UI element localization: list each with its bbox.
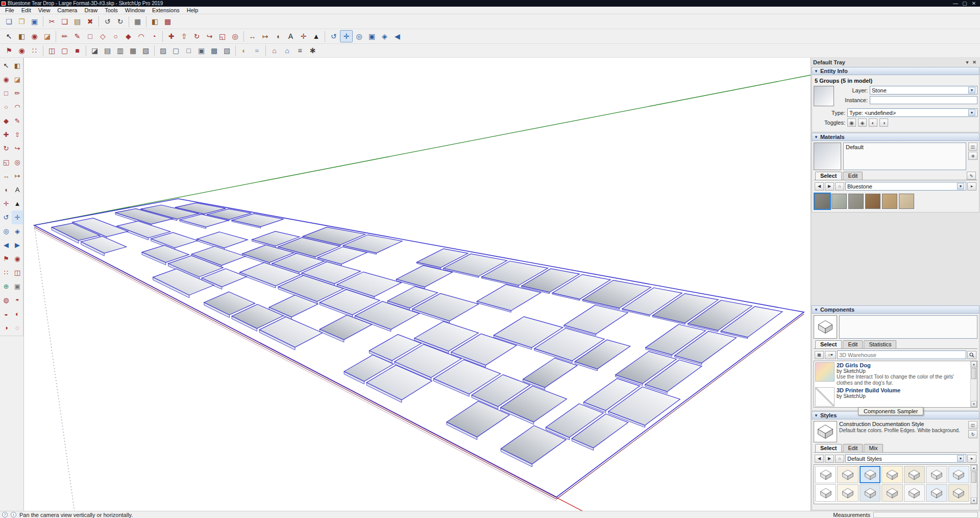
circle-icon[interactable]: ○: [109, 30, 122, 42]
tab-edit[interactable]: Edit: [843, 340, 863, 348]
type-dropdown[interactable]: Type: <undefined> ▼: [847, 108, 977, 117]
add-location-icon[interactable]: ⊕: [1, 279, 12, 293]
in-model-icon[interactable]: ⌂: [835, 455, 844, 463]
back-arrow-icon[interactable]: ◀: [815, 182, 824, 191]
arc-icon[interactable]: ◠: [12, 100, 23, 114]
in-model-icon[interactable]: ⌂: [835, 182, 844, 191]
scale-icon[interactable]: ◱: [216, 30, 229, 42]
paint-bucket-icon[interactable]: ◉: [1, 73, 12, 86]
select-icon[interactable]: ↖: [3, 30, 15, 42]
style-thumbnail-style-12[interactable]: [904, 484, 925, 502]
paste-icon[interactable]: ▤: [71, 15, 84, 28]
section-display-icon[interactable]: ▢: [58, 44, 71, 57]
tab-edit[interactable]: Edit: [843, 172, 863, 180]
previous-view-icon[interactable]: ◀: [391, 30, 404, 42]
cast-shadows-toggle-icon[interactable]: ◐: [869, 119, 877, 127]
solid-outer-shell-icon[interactable]: ◍: [1, 293, 12, 307]
style-thumbnail-style-7[interactable]: [948, 466, 969, 483]
line-icon[interactable]: ✏: [12, 86, 23, 100]
warehouse-search-input[interactable]: [837, 350, 966, 359]
axes-icon[interactable]: ✛: [1, 197, 12, 210]
pie-icon[interactable]: ◔: [148, 30, 160, 42]
view-side-icon[interactable]: ▦: [127, 44, 139, 57]
view-top-icon[interactable]: ▤: [101, 44, 114, 57]
solid-intersect-icon[interactable]: ◑: [1, 321, 12, 335]
zoom-window-icon[interactable]: ▣: [365, 30, 378, 42]
materials-header[interactable]: ▼ Materials: [812, 133, 979, 141]
components-scrollbar[interactable]: ▲ ▼: [970, 361, 977, 407]
tape-measure-icon[interactable]: ↔: [246, 30, 259, 42]
solid-subtract-icon[interactable]: ◒: [1, 307, 12, 321]
entity-info-header[interactable]: ▼ Entity Info: [812, 67, 979, 75]
sample-paint-icon[interactable]: ✎: [967, 172, 976, 180]
move-icon[interactable]: ✚: [1, 128, 12, 142]
style-thumbnail-style-5[interactable]: [904, 466, 925, 483]
walk-icon[interactable]: ∷: [28, 44, 41, 57]
scroll-up-icon[interactable]: ▲: [971, 465, 977, 471]
list-item[interactable]: 2D Girls Dog by SketchUp Use the Interac…: [815, 362, 969, 386]
details-arrow-icon[interactable]: ▸: [967, 182, 976, 191]
3d-text-icon[interactable]: ▲: [12, 197, 23, 210]
make-component-icon[interactable]: ◧: [149, 15, 161, 28]
print-icon[interactable]: ▦: [131, 15, 144, 28]
style-thumbnail-style-13[interactable]: [926, 484, 947, 502]
style-thumbnail-style-8[interactable]: [815, 484, 836, 502]
eraser-icon[interactable]: ◪: [12, 73, 23, 86]
dimension-icon[interactable]: ↦: [259, 30, 272, 42]
tape-measure-icon[interactable]: ↔: [1, 169, 12, 183]
material-swatch-stone-gray[interactable]: [848, 194, 864, 209]
rotate-icon[interactable]: ↻: [190, 30, 203, 42]
push-pull-icon[interactable]: ⇧: [178, 30, 190, 42]
textured-icon[interactable]: ▩: [208, 44, 220, 57]
shaded-icon[interactable]: ▣: [195, 44, 208, 57]
minimize-icon[interactable]: —: [952, 1, 959, 6]
rectangle-icon[interactable]: □: [1, 86, 12, 100]
monochrome-icon[interactable]: ▧: [220, 44, 233, 57]
create-material-icon[interactable]: ⊕: [968, 152, 977, 160]
toolbox-icon[interactable]: ▩: [161, 15, 174, 28]
viewport[interactable]: [23, 58, 811, 511]
info-icon[interactable]: i: [11, 512, 16, 517]
make-component-icon[interactable]: ◧: [12, 59, 23, 73]
scroll-up-icon[interactable]: ▲: [971, 361, 977, 367]
copy-icon[interactable]: ❑: [58, 15, 71, 28]
arc-icon[interactable]: ◠: [135, 30, 148, 42]
pan-icon[interactable]: ✛: [12, 210, 23, 224]
solid-union-icon[interactable]: ◓: [12, 293, 23, 307]
scale-icon[interactable]: ◱: [1, 155, 12, 169]
components-header[interactable]: ▼ Components: [812, 305, 979, 314]
freehand-icon[interactable]: ✎: [12, 114, 23, 128]
style-thumbnail-style-1[interactable]: [815, 466, 836, 483]
scrollbar-thumb[interactable]: [971, 472, 976, 483]
material-swatch-wood-tan[interactable]: [882, 194, 897, 209]
tray-options-icon[interactable]: ▾: [964, 59, 971, 66]
orbit-icon[interactable]: ↺: [1, 210, 12, 224]
material-collection-dropdown[interactable]: Bluestone ▼: [845, 182, 966, 191]
shadows-icon[interactable]: ◐: [238, 44, 251, 57]
tab-mix[interactable]: Mix: [864, 444, 883, 452]
follow-me-icon[interactable]: ↪: [12, 142, 23, 155]
material-name-field[interactable]: Default: [843, 143, 966, 170]
axes-icon[interactable]: ✛: [297, 30, 310, 42]
line-icon[interactable]: ✏: [58, 30, 71, 42]
back-arrow-icon[interactable]: ◀: [815, 455, 824, 463]
menu-edit[interactable]: Edit: [18, 7, 35, 14]
forward-arrow-icon[interactable]: ▶: [825, 455, 834, 463]
orbit-icon[interactable]: ↺: [327, 30, 340, 42]
offset-icon[interactable]: ◎: [229, 30, 241, 42]
zoom-icon[interactable]: ◎: [353, 30, 365, 42]
tray-close-icon[interactable]: ✕: [971, 59, 978, 66]
style-thumbnail-style-10[interactable]: [860, 484, 880, 502]
text-icon[interactable]: A: [284, 30, 297, 42]
extension-warehouse-icon[interactable]: ⌂: [281, 44, 293, 57]
wireframe-icon[interactable]: ▢: [169, 44, 182, 57]
section-plane-icon[interactable]: ◫: [45, 44, 58, 57]
style-thumbnail-style-2[interactable]: [837, 466, 858, 483]
style-thumbnail-style-4[interactable]: [881, 466, 902, 483]
search-icon[interactable]: [967, 351, 976, 359]
dimension-icon[interactable]: ↦: [12, 169, 23, 183]
style-thumbnail-style-6[interactable]: [926, 466, 947, 483]
freehand-icon[interactable]: ✎: [71, 30, 84, 42]
maximize-icon[interactable]: ▢: [962, 1, 968, 6]
match-photo-icon[interactable]: ▣: [12, 279, 23, 293]
